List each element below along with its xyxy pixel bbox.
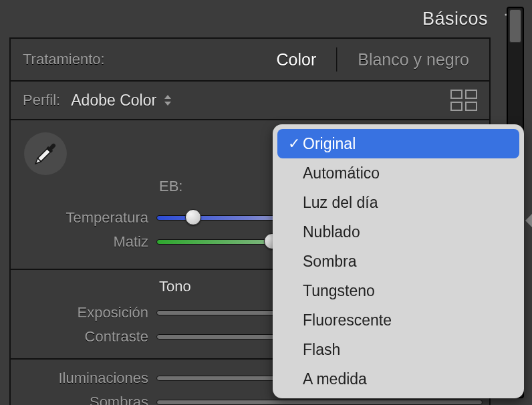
wb-menu-item-label: Luz del día [303,194,378,212]
wb-preset-menu[interactable]: ✓OriginalAutomáticoLuz del díaNubladoSom… [273,124,524,398]
treatment-row: Tratamiento: Color Blanco y negro [11,39,489,82]
profile-value[interactable]: Adobe Color [71,92,156,110]
profile-label: Perfil: [23,92,60,109]
treatment-separator [336,47,338,72]
wb-menu-item-label: Flash [303,341,340,359]
develop-basic-panel: Básicos Tratamiento: Color Blanco y negr… [0,0,532,405]
contrast-label: Contraste [11,328,156,346]
wb-menu-item[interactable]: Sombra [277,247,519,276]
tone-title: Tono [159,278,191,295]
wb-menu-item-label: Tungsteno [303,282,375,300]
wb-menu-item[interactable]: Nublado [277,217,519,247]
checkmark-icon: ✓ [285,135,303,152]
treatment-label: Tratamiento: [23,51,105,68]
exposure-label: Exposición [11,304,156,321]
wb-menu-item-label: Nublado [303,223,360,241]
wb-label: EB: [159,178,182,195]
tint-label: Matiz [11,233,156,251]
scrollbar-thumb[interactable] [509,9,521,43]
treatment-bw-option[interactable]: Blanco y negro [350,50,477,70]
temperature-knob[interactable] [185,209,201,225]
wb-menu-item-label: Fluorescente [303,311,392,329]
wb-menu-item-label: Sombra [303,253,357,271]
wb-menu-item[interactable]: Flash [277,335,519,364]
panel-edge-arrow-icon[interactable] [525,214,532,227]
highlights-label: Iluminaciones [11,370,156,387]
profile-browser-icon[interactable] [450,90,477,111]
treatment-color-option[interactable]: Color [268,50,324,70]
white-balance-dropper-button[interactable] [24,132,67,175]
profile-row: Perfil: Adobe Color [11,82,489,120]
wb-menu-item-label: A medida [303,370,367,388]
wb-menu-item[interactable]: A medida [277,364,519,394]
wb-menu-item[interactable]: Luz del día [277,188,519,217]
wb-menu-item-label: Original [303,135,356,153]
wb-menu-item[interactable]: ✓Original [277,129,519,158]
profile-stepper-icon[interactable] [163,94,172,106]
wb-menu-item-label: Automático [303,164,380,182]
panel-title: Básicos [422,9,488,29]
shadows-label: Sombras [11,394,156,405]
panel-header[interactable]: Básicos [0,0,532,37]
temperature-label: Temperatura [11,209,156,227]
wb-menu-item[interactable]: Fluorescente [277,305,519,335]
wb-menu-item[interactable]: Automático [277,158,519,188]
eyedropper-icon [29,138,61,170]
wb-menu-item[interactable]: Tungsteno [277,276,519,305]
shadows-slider[interactable] [156,400,483,405]
